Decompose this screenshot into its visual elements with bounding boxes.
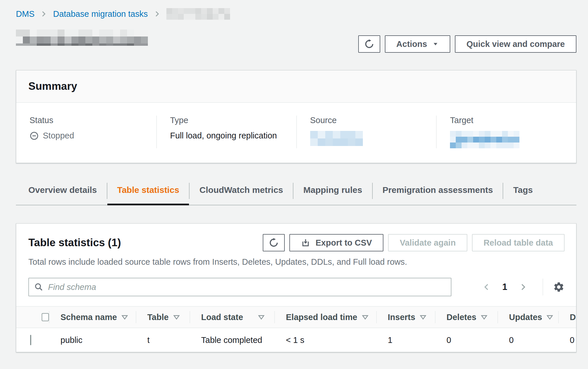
sort-icon[interactable] [480,313,488,321]
table-refresh-button[interactable] [263,234,285,251]
column-header-updates[interactable]: Updates [497,307,558,328]
breadcrumb: DMS Database migration tasks [16,8,576,20]
tab-mapping-rules[interactable]: Mapping rules [293,182,372,205]
column-label: Table [147,313,169,322]
type-value: Full load, ongoing replication [170,131,283,140]
chevron-left-icon [483,283,491,291]
column-label: Load state [201,313,243,322]
reload-table-data-label: Reload table data [484,238,553,248]
column-label: D [570,313,576,322]
validate-again-button[interactable]: Validate again [388,234,467,251]
refresh-icon [269,238,279,248]
sort-icon[interactable] [546,313,554,321]
actions-dropdown-label: Actions [396,39,427,49]
find-schema-input[interactable] [28,278,451,296]
column-label: Schema name [60,313,117,322]
next-page-button[interactable] [515,283,531,291]
table-statistics-actions: Export to CSV Validate again Reload tabl… [263,234,565,251]
refresh-button[interactable] [358,35,380,53]
summary-field-type: Type Full load, ongoing replication [156,116,296,148]
column-header-elapsed-load-time[interactable]: Elapsed load time [274,307,376,328]
export-to-csv-label: Export to CSV [315,238,372,248]
export-to-csv-button[interactable]: Export to CSV [289,234,383,251]
summary-fields: Status Stopped Type Full load, ongoing r… [16,103,576,163]
cell-clipped: 0 [558,335,576,345]
tab-cloudwatch-metrics[interactable]: CloudWatch metrics [190,182,293,205]
sort-icon[interactable] [419,313,427,321]
cell-schema-name: public [49,335,136,345]
summary-panel: Summary Status Stopped Type Full load, o… [16,70,576,163]
quick-view-compare-button[interactable]: Quick view and compare [455,35,576,53]
header-select-all [16,307,49,328]
breadcrumb-link-dms[interactable]: DMS [16,9,34,19]
column-header-schema-name[interactable]: Schema name [49,307,136,328]
summary-panel-header: Summary [16,70,576,103]
tab-table-statistics[interactable]: Table statistics [107,182,189,205]
table-statistics-table: Schema name Table Load state Elapsed loa… [16,306,576,352]
caret-down-icon [432,41,439,47]
table-statistics-panel: Table statistics (1) [16,223,576,352]
target-label: Target [450,116,563,125]
chevron-right-icon [519,283,527,291]
chevron-right-icon [40,10,47,17]
download-icon [301,238,310,247]
table-row[interactable]: public t Table completed < 1 s 1 0 0 0 [16,328,576,352]
sort-icon[interactable] [361,313,369,321]
column-label: Updates [509,313,542,322]
reload-table-data-button[interactable]: Reload table data [472,234,565,251]
cell-inserts: 1 [376,335,435,345]
tab-overview-details[interactable]: Overview details [28,182,107,205]
pagination: 1 [479,279,565,295]
table-header-row: Schema name Table Load state Elapsed loa… [16,306,576,328]
select-all-checkbox[interactable] [42,313,49,321]
gear-icon [553,281,565,293]
tab-premigration-assessments[interactable]: Premigration assessments [373,182,503,205]
table-preferences-button[interactable] [553,281,565,293]
table-statistics-description: Total rows include loaded source table r… [16,251,576,267]
summary-field-source: Source [296,116,436,148]
chevron-right-icon [154,10,161,17]
row-select-cell [16,335,49,345]
actions-dropdown-button[interactable]: Actions [385,35,450,53]
table-filter-row: 1 [16,267,576,296]
status-value: Stopped [30,131,143,140]
cell-elapsed-load-time: < 1 s [274,335,376,345]
column-header-clipped[interactable]: D [558,307,576,328]
breadcrumb-redacted-task-name [166,8,234,20]
cell-updates: 0 [497,335,558,345]
previous-page-button[interactable] [479,283,495,291]
breadcrumb-link-tasks[interactable]: Database migration tasks [53,9,148,19]
column-label: Inserts [388,313,415,322]
type-label: Type [170,116,283,125]
task-detail-tabs: Overview details Table statistics CloudW… [16,182,576,205]
column-label: Deletes [446,313,476,322]
row-checkbox[interactable] [30,335,31,345]
sort-icon[interactable] [121,313,128,321]
page-header: Actions Quick view and compare [16,28,576,53]
search-icon [34,282,43,293]
summary-field-target: Target [436,116,576,148]
status-label: Status [30,116,143,125]
column-header-deletes[interactable]: Deletes [435,307,497,328]
table-statistics-title: Table statistics (1) [28,237,121,249]
pagination-divider [543,279,543,295]
sort-icon[interactable] [258,313,265,321]
summary-field-status: Status Stopped [16,116,156,148]
column-header-table[interactable]: Table [136,307,190,328]
cell-load-state: Table completed [190,335,274,345]
sort-icon[interactable] [173,313,180,321]
target-link-redacted[interactable] [450,131,522,148]
source-label: Source [310,116,423,125]
column-header-load-state[interactable]: Load state [190,307,274,328]
summary-title: Summary [28,80,564,92]
refresh-icon [364,39,374,49]
column-header-inserts[interactable]: Inserts [376,307,435,328]
source-link-redacted[interactable] [310,131,365,146]
page-header-actions: Actions Quick view and compare [358,35,576,53]
validate-again-label: Validate again [400,238,455,248]
schema-search-box [28,278,451,296]
cell-deletes: 0 [435,335,497,345]
status-text: Stopped [43,131,74,140]
tab-tags[interactable]: Tags [503,182,543,205]
cell-table: t [136,335,190,345]
